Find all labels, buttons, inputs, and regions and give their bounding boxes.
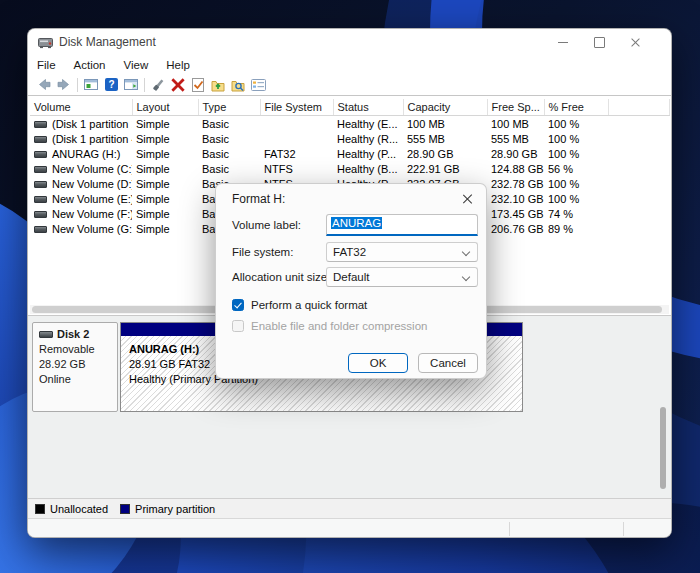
- dialog-close-button[interactable]: [460, 192, 474, 206]
- vertical-scrollbar-thumb[interactable]: [660, 407, 666, 489]
- chevron-down-icon: [462, 273, 470, 281]
- close-button[interactable]: [617, 29, 653, 55]
- legend-bar: Unallocated Primary partition: [28, 498, 671, 518]
- folder-up-button[interactable]: [208, 76, 228, 94]
- console-tree-icon: [84, 78, 98, 91]
- menu-action[interactable]: Action: [65, 59, 115, 71]
- volume-label-label: Volume label:: [232, 219, 301, 231]
- volume-icon: [34, 196, 47, 203]
- menu-help[interactable]: Help: [157, 59, 199, 71]
- delete-volume-button[interactable]: [168, 76, 188, 94]
- minimize-icon: [558, 42, 568, 43]
- file-system-label: File system:: [232, 246, 293, 258]
- details-view-icon: [251, 78, 266, 92]
- compression-checkbox: [232, 320, 244, 332]
- check-document-icon: [191, 78, 205, 92]
- menu-view[interactable]: View: [115, 59, 158, 71]
- compression-label: Enable file and folder compression: [251, 320, 427, 332]
- column-header-file-system[interactable]: File System: [260, 99, 333, 116]
- allocation-unit-select[interactable]: Default: [326, 267, 478, 287]
- quick-format-label: Perform a quick format: [251, 299, 367, 311]
- volume-row[interactable]: New Volume (C:) SimpleBasic NTFSHealthy …: [30, 161, 669, 176]
- dialog-title: Format H:: [232, 192, 285, 206]
- column-header-volume[interactable]: Volume: [30, 99, 132, 116]
- toolbar-separator: [144, 78, 145, 92]
- folder-explore-button[interactable]: [228, 76, 248, 94]
- help-button[interactable]: ?: [101, 76, 121, 94]
- disk-status: Online: [39, 372, 117, 387]
- ok-button[interactable]: OK: [348, 353, 408, 373]
- title-bar: Disk Management: [28, 29, 671, 55]
- tool-button[interactable]: [148, 76, 168, 94]
- show-action-pane-button[interactable]: [121, 76, 141, 94]
- status-separator: [623, 522, 624, 536]
- volume-row[interactable]: ANURAG (H:) SimpleBasic FAT32Healthy (P.…: [30, 146, 669, 161]
- disk-descriptor[interactable]: Disk 2 Removable 28.92 GB Online: [32, 322, 118, 412]
- cancel-button[interactable]: Cancel: [418, 353, 478, 373]
- column-header-status[interactable]: Status: [333, 99, 403, 116]
- desktop: Disk Management File Action View Help: [0, 0, 700, 573]
- action-pane-icon: [124, 78, 138, 91]
- back-button[interactable]: [34, 76, 54, 94]
- volume-icon: [34, 226, 47, 233]
- volume-label-input[interactable]: ANURAG: [326, 214, 478, 236]
- chevron-down-icon: [462, 248, 470, 256]
- help-icon: ?: [105, 78, 118, 91]
- disk-size: 28.92 GB: [39, 357, 117, 372]
- close-icon: [630, 37, 641, 48]
- maximize-button[interactable]: [581, 29, 617, 55]
- volume-row[interactable]: (Disk 1 partition 1) SimpleBasic Healthy…: [30, 116, 669, 132]
- allocation-unit-label: Allocation unit size:: [232, 271, 330, 283]
- disk-icon: [39, 331, 53, 338]
- column-header-empty: [608, 99, 669, 116]
- check-document-button[interactable]: [188, 76, 208, 94]
- status-bar: [28, 518, 671, 538]
- vertical-scrollbar[interactable]: [659, 316, 667, 499]
- menu-file[interactable]: File: [28, 59, 65, 71]
- toolbar-separator: [77, 78, 78, 92]
- show-console-tree-button[interactable]: [81, 76, 101, 94]
- volume-icon: [34, 151, 47, 158]
- compression-option: Enable file and folder compression: [232, 320, 427, 332]
- legend-primary-partition: Primary partition: [120, 503, 215, 515]
- file-system-value: FAT32: [333, 246, 366, 258]
- volume-icon: [34, 166, 47, 173]
- disk-name: Disk 2: [57, 328, 89, 340]
- column-header-capacity[interactable]: Capacity: [403, 99, 487, 116]
- legend-unallocated: Unallocated: [35, 503, 108, 515]
- details-view-button[interactable]: [248, 76, 268, 94]
- column-header-free-space[interactable]: Free Sp...: [487, 99, 544, 116]
- file-system-select[interactable]: FAT32: [326, 242, 478, 262]
- table-header-row: Volume Layout Type File System Status Ca…: [30, 99, 669, 116]
- volume-row[interactable]: (Disk 1 partition 4) SimpleBasic Healthy…: [30, 131, 669, 146]
- back-icon: [37, 78, 51, 91]
- forward-icon: [57, 78, 71, 91]
- volume-label-value: ANURAG: [331, 217, 382, 229]
- column-header-layout[interactable]: Layout: [132, 99, 198, 116]
- forward-button[interactable]: [54, 76, 74, 94]
- volume-icon: [34, 121, 47, 128]
- minimize-button[interactable]: [545, 29, 581, 55]
- window-title: Disk Management: [59, 35, 156, 49]
- volume-icon: [34, 211, 47, 218]
- disk-management-icon: [38, 36, 53, 49]
- volume-icon: [34, 181, 47, 188]
- disk-type: Removable: [39, 342, 117, 357]
- quick-format-checkbox[interactable]: [232, 299, 244, 311]
- status-separator: [509, 522, 510, 536]
- column-header-pct-free[interactable]: % Free: [544, 99, 608, 116]
- folder-search-icon: [231, 78, 245, 92]
- maximize-icon: [594, 37, 605, 48]
- quick-format-option[interactable]: Perform a quick format: [232, 299, 367, 311]
- folder-up-icon: [211, 78, 225, 92]
- column-header-type[interactable]: Type: [198, 99, 260, 116]
- unallocated-swatch: [35, 504, 45, 514]
- delete-icon: [171, 78, 185, 92]
- allocation-unit-value: Default: [333, 271, 369, 283]
- format-dialog: Format H: Volume label: ANURAG File syst…: [215, 183, 487, 379]
- primary-partition-swatch: [120, 504, 130, 514]
- menu-bar: File Action View Help: [28, 55, 671, 74]
- svg-text:?: ?: [108, 79, 114, 90]
- screwdriver-icon: [151, 78, 165, 92]
- volume-icon: [34, 136, 47, 143]
